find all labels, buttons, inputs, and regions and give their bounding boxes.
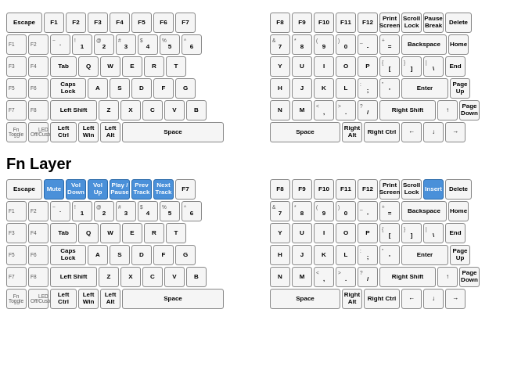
key-leftctrl[interactable]: Left Ctrl (50, 122, 77, 142)
key-f3[interactable]: F3 (88, 13, 108, 33)
key-t[interactable]: T (166, 56, 186, 77)
key-pausebreak[interactable]: Pause Break (423, 13, 444, 33)
key-f3[interactable]: F3 (6, 223, 27, 243)
key-←[interactable]: ← (401, 289, 422, 309)
key-c[interactable]: C (142, 100, 163, 120)
key-y[interactable]: Y (270, 56, 290, 77)
key-insert[interactable]: Insert (423, 179, 444, 200)
key-_[interactable]: _- (358, 201, 378, 221)
key-enter[interactable]: Enter (401, 78, 448, 99)
key-i[interactable]: I (314, 223, 334, 243)
key-rightctrl[interactable]: Right Ctrl (364, 289, 400, 309)
key-f5[interactable]: F5 (6, 245, 27, 265)
key-capslock[interactable]: Caps Lock (50, 245, 86, 265)
key-d[interactable]: D (131, 245, 152, 265)
key-pageup[interactable]: Page Up (450, 78, 470, 99)
key-<[interactable]: <, (314, 267, 334, 287)
key-nexttrack[interactable]: Next Track (153, 179, 174, 200)
key-%[interactable]: %5 (160, 201, 180, 221)
key-f11[interactable]: F11 (336, 13, 356, 33)
key-f4[interactable]: F4 (28, 223, 49, 243)
key-%[interactable]: %5 (160, 34, 180, 55)
key-f12[interactable]: F12 (358, 179, 378, 200)
key-"[interactable]: "' (379, 78, 400, 99)
key-f6[interactable]: F6 (28, 245, 49, 265)
key-([interactable]: (9 (314, 34, 334, 55)
key-k[interactable]: K (314, 78, 334, 99)
key-@[interactable]: @2 (94, 201, 114, 221)
key-leftshift[interactable]: Left Shift (50, 100, 97, 120)
key-w[interactable]: W (100, 223, 120, 243)
key-^[interactable]: ^6 (182, 201, 202, 221)
key-h[interactable]: H (270, 245, 290, 265)
key-h[interactable]: H (270, 78, 290, 99)
key-f10[interactable]: F10 (314, 179, 334, 200)
key-leftwin[interactable]: Left Win (78, 122, 99, 142)
key-space[interactable]: Space (270, 122, 340, 142)
key-n[interactable]: N (270, 100, 290, 120)
key-{[interactable]: {[ (379, 223, 400, 243)
key-w[interactable]: W (100, 56, 120, 77)
key-m[interactable]: M (292, 100, 312, 120)
key-ledoff/custom[interactable]: LED Off/Custom (28, 122, 49, 142)
key-volup[interactable]: Vol Up (88, 179, 108, 200)
key-+[interactable]: += (379, 34, 400, 55)
key-rightshift[interactable]: Right Shift (379, 267, 436, 287)
key-f1[interactable]: F1 (44, 13, 64, 33)
key-z[interactable]: Z (99, 267, 119, 287)
key-z[interactable]: Z (99, 100, 119, 120)
key-rightalt[interactable]: Right Alt (342, 289, 362, 309)
key-![interactable]: !1 (72, 34, 92, 55)
key-↑[interactable]: ↑ (437, 267, 458, 287)
key-f7[interactable]: F7 (6, 100, 27, 120)
key-f6[interactable]: F6 (153, 13, 174, 33)
key-enter[interactable]: Enter (401, 245, 448, 265)
key-↓[interactable]: ↓ (423, 289, 444, 309)
key-f3[interactable]: F3 (6, 56, 27, 77)
key-leftalt[interactable]: Left Alt (100, 122, 120, 142)
key-b[interactable]: B (186, 267, 207, 287)
key-f11[interactable]: F11 (336, 179, 356, 200)
key-@[interactable]: @2 (94, 34, 114, 55)
key-f8[interactable]: F8 (28, 267, 49, 287)
key-#[interactable]: #3 (116, 201, 136, 221)
key-f2[interactable]: F2 (28, 201, 49, 221)
key-pagedown[interactable]: Page Down (459, 100, 480, 120)
key-{[interactable]: {[ (379, 56, 400, 77)
key-f5[interactable]: F5 (6, 78, 27, 99)
key->[interactable]: >. (336, 267, 356, 287)
key-f10[interactable]: F10 (314, 13, 334, 33)
key-*[interactable]: *8 (292, 34, 312, 55)
key-leftalt[interactable]: Left Alt (100, 289, 120, 309)
key-o[interactable]: O (336, 223, 356, 243)
key-leftshift[interactable]: Left Shift (50, 267, 97, 287)
key-a[interactable]: A (88, 245, 108, 265)
key-p[interactable]: P (358, 56, 378, 77)
key-printscreen[interactable]: Print Screen (379, 179, 400, 200)
key-pagedown[interactable]: Page Down (459, 267, 480, 287)
key-f6[interactable]: F6 (28, 78, 49, 99)
key-delete[interactable]: Delete (445, 13, 472, 33)
key-^[interactable]: ^6 (182, 34, 202, 55)
key-x[interactable]: X (120, 267, 141, 287)
key-f9[interactable]: F9 (292, 179, 312, 200)
key-*[interactable]: *8 (292, 201, 312, 221)
key-leftctrl[interactable]: Left Ctrl (50, 289, 77, 309)
key-:[interactable]: :; (358, 245, 378, 265)
key-f7[interactable]: F7 (6, 267, 27, 287)
key-↑[interactable]: ↑ (437, 100, 458, 120)
key-)[interactable]: )0 (336, 201, 356, 221)
key-backspace[interactable]: Backspace (401, 201, 447, 221)
key-g[interactable]: G (175, 78, 196, 99)
key-c[interactable]: C (142, 267, 163, 287)
key-?[interactable]: ?/ (358, 100, 378, 120)
key-~[interactable]: ~` (50, 201, 70, 221)
key-escape[interactable]: Escape (6, 179, 42, 200)
key-e[interactable]: E (122, 56, 142, 77)
key-p[interactable]: P (358, 223, 378, 243)
key-f8[interactable]: F8 (270, 13, 290, 33)
key-backspace[interactable]: Backspace (401, 34, 447, 55)
key-f1[interactable]: F1 (6, 34, 27, 55)
key-end[interactable]: End (445, 56, 466, 77)
key-leftwin[interactable]: Left Win (78, 289, 99, 309)
